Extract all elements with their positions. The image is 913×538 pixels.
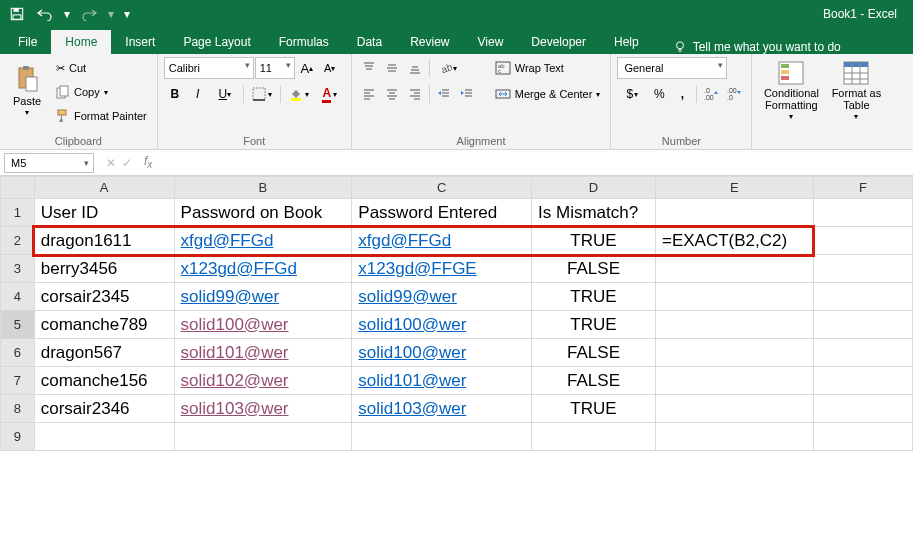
cell-D4[interactable]: TRUE — [532, 283, 656, 311]
tab-page-layout[interactable]: Page Layout — [169, 30, 264, 54]
fx-icon[interactable]: fx — [138, 154, 158, 170]
cell-E7[interactable] — [655, 367, 813, 395]
col-header-A[interactable]: A — [34, 177, 174, 199]
select-all-corner[interactable] — [1, 177, 35, 199]
cell-E5[interactable] — [655, 311, 813, 339]
bold-button[interactable]: B — [164, 83, 186, 105]
wrap-text-button[interactable]: abc Wrap Text — [491, 57, 605, 79]
col-header-B[interactable]: B — [174, 177, 352, 199]
cell-A5[interactable]: comanche789 — [34, 311, 174, 339]
row-header-4[interactable]: 4 — [1, 283, 35, 311]
cell-F2[interactable] — [813, 227, 912, 255]
tab-insert[interactable]: Insert — [111, 30, 169, 54]
cell-F1[interactable] — [813, 199, 912, 227]
cell-F7[interactable] — [813, 367, 912, 395]
cell-A1[interactable]: User ID — [34, 199, 174, 227]
format-painter-button[interactable]: Format Painter — [52, 105, 151, 127]
cell-C9[interactable] — [352, 423, 532, 451]
cell-A7[interactable]: comanche156 — [34, 367, 174, 395]
tell-me-search[interactable]: Tell me what you want to do — [663, 40, 851, 54]
cell-F4[interactable] — [813, 283, 912, 311]
cell-C5[interactable]: solid100@wer — [352, 311, 532, 339]
fill-color-button[interactable]: ▾ — [284, 83, 314, 105]
merge-center-button[interactable]: Merge & Center ▾ — [491, 83, 605, 105]
decrease-font-icon[interactable]: A▾ — [319, 57, 341, 79]
cell-A8[interactable]: corsair2346 — [34, 395, 174, 423]
increase-indent-icon[interactable] — [456, 83, 478, 105]
cell-F8[interactable] — [813, 395, 912, 423]
formula-input[interactable] — [158, 153, 913, 173]
row-header-5[interactable]: 5 — [1, 311, 35, 339]
cell-E1[interactable] — [655, 199, 813, 227]
cell-B2[interactable]: xfgd@FFGd — [174, 227, 352, 255]
align-bottom-icon[interactable] — [404, 57, 426, 79]
cell-B8[interactable]: solid103@wer — [174, 395, 352, 423]
tab-help[interactable]: Help — [600, 30, 653, 54]
col-header-D[interactable]: D — [532, 177, 656, 199]
cell-C4[interactable]: solid99@wer — [352, 283, 532, 311]
cell-C1[interactable]: Password Entered — [352, 199, 532, 227]
cell-C8[interactable]: solid103@wer — [352, 395, 532, 423]
row-header-6[interactable]: 6 — [1, 339, 35, 367]
tab-formulas[interactable]: Formulas — [265, 30, 343, 54]
cell-E8[interactable] — [655, 395, 813, 423]
decrease-indent-icon[interactable] — [433, 83, 455, 105]
undo-dropdown-icon[interactable]: ▾ — [60, 2, 74, 26]
cell-C3[interactable]: x123gd@FFGE — [352, 255, 532, 283]
align-top-icon[interactable] — [358, 57, 380, 79]
cell-A6[interactable]: dragon567 — [34, 339, 174, 367]
cell-D9[interactable] — [532, 423, 656, 451]
row-header-1[interactable]: 1 — [1, 199, 35, 227]
format-as-table-button[interactable]: Format as Table▾ — [828, 57, 884, 125]
cell-D5[interactable]: TRUE — [532, 311, 656, 339]
cell-B6[interactable]: solid101@wer — [174, 339, 352, 367]
cell-A3[interactable]: berry3456 — [34, 255, 174, 283]
cell-B4[interactable]: solid99@wer — [174, 283, 352, 311]
tab-developer[interactable]: Developer — [517, 30, 600, 54]
row-header-8[interactable]: 8 — [1, 395, 35, 423]
cell-F3[interactable] — [813, 255, 912, 283]
align-middle-icon[interactable] — [381, 57, 403, 79]
align-right-icon[interactable] — [404, 83, 426, 105]
tab-file[interactable]: File — [4, 30, 51, 54]
orientation-icon[interactable]: ab▾ — [433, 57, 463, 79]
qat-customize-icon[interactable]: ▾ — [120, 2, 134, 26]
redo-icon[interactable] — [76, 2, 102, 26]
row-header-9[interactable]: 9 — [1, 423, 35, 451]
cell-D8[interactable]: TRUE — [532, 395, 656, 423]
cell-D1[interactable]: Is Mismatch? — [532, 199, 656, 227]
cell-E3[interactable] — [655, 255, 813, 283]
enter-formula-icon[interactable]: ✓ — [122, 156, 132, 170]
increase-decimal-icon[interactable]: .0.00 — [700, 83, 722, 105]
number-format-select[interactable] — [617, 57, 727, 79]
redo-dropdown-icon[interactable]: ▾ — [104, 2, 118, 26]
font-name-select[interactable] — [164, 57, 254, 79]
align-left-icon[interactable] — [358, 83, 380, 105]
cell-D3[interactable]: FALSE — [532, 255, 656, 283]
cell-C6[interactable]: solid100@wer — [352, 339, 532, 367]
cancel-formula-icon[interactable]: ✕ — [106, 156, 116, 170]
tab-data[interactable]: Data — [343, 30, 396, 54]
col-header-E[interactable]: E — [655, 177, 813, 199]
cell-F6[interactable] — [813, 339, 912, 367]
row-header-2[interactable]: 2 — [1, 227, 35, 255]
borders-button[interactable]: ▾ — [247, 83, 277, 105]
cell-A4[interactable]: corsair2345 — [34, 283, 174, 311]
cell-F9[interactable] — [813, 423, 912, 451]
cell-D6[interactable]: FALSE — [532, 339, 656, 367]
decrease-decimal-icon[interactable]: .00.0 — [723, 83, 745, 105]
tab-review[interactable]: Review — [396, 30, 463, 54]
cell-A2[interactable]: dragon1611 — [34, 227, 174, 255]
row-header-3[interactable]: 3 — [1, 255, 35, 283]
cell-E2[interactable]: =EXACT(B2,C2) — [655, 227, 813, 255]
cell-B3[interactable]: x123gd@FFGd — [174, 255, 352, 283]
save-icon[interactable] — [4, 2, 30, 26]
percent-format-icon[interactable]: % — [648, 83, 670, 105]
spreadsheet-grid[interactable]: ABCDEF1User IDPassword on BookPassword E… — [0, 176, 913, 538]
increase-font-icon[interactable]: A▴ — [296, 57, 318, 79]
cell-D2[interactable]: TRUE — [532, 227, 656, 255]
cell-B7[interactable]: solid102@wer — [174, 367, 352, 395]
underline-button[interactable]: U ▾ — [210, 83, 240, 105]
comma-format-icon[interactable]: , — [671, 83, 693, 105]
italic-button[interactable]: I — [187, 83, 209, 105]
